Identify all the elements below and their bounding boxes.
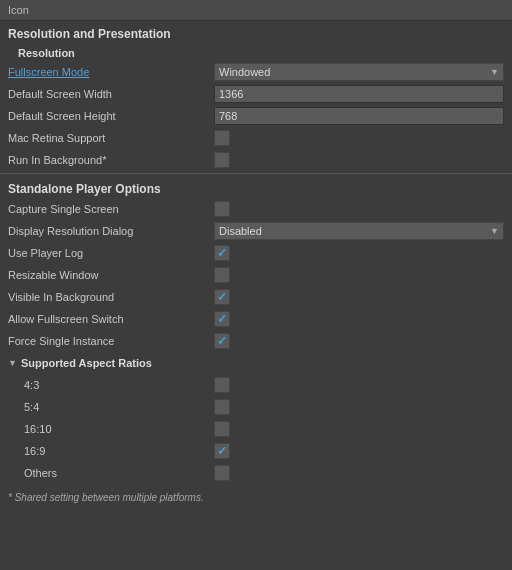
use-player-log-checkbox[interactable] [214, 245, 230, 261]
divider-1 [0, 173, 512, 174]
dropdown-arrow-icon: ▼ [490, 67, 499, 77]
aspect-ratio-4-3-label: 4:3 [24, 379, 214, 391]
display-resolution-dialog-label: Display Resolution Dialog [8, 225, 214, 237]
aspect-ratio-5-4-value [214, 399, 504, 415]
fullscreen-mode-row: Fullscreen Mode Windowed ▼ [0, 61, 512, 83]
run-in-background-row: Run In Background* [0, 149, 512, 171]
mac-retina-value [214, 130, 504, 146]
display-resolution-dialog-dropdown[interactable]: Disabled ▼ [214, 222, 504, 240]
header-title: Icon [0, 0, 512, 21]
resizable-window-row: Resizable Window [0, 264, 512, 286]
supported-aspect-ratios-label: Supported Aspect Ratios [21, 357, 504, 369]
fullscreen-mode-label[interactable]: Fullscreen Mode [8, 66, 214, 78]
default-screen-width-label: Default Screen Width [8, 88, 214, 100]
use-player-log-row: Use Player Log [0, 242, 512, 264]
aspect-ratio-4-3-value [214, 377, 504, 393]
visible-in-background-value [214, 289, 504, 305]
resizable-window-label: Resizable Window [8, 269, 214, 281]
default-screen-height-row: Default Screen Height 768 [0, 105, 512, 127]
resolution-presentation-header: Resolution and Presentation [0, 21, 512, 43]
force-single-instance-row: Force Single Instance [0, 330, 512, 352]
default-screen-width-row: Default Screen Width 1366 [0, 83, 512, 105]
aspect-ratio-16-9-row: 16:9 [0, 440, 512, 462]
resizable-window-value [214, 267, 504, 283]
capture-single-screen-row: Capture Single Screen [0, 198, 512, 220]
aspect-ratio-16-9-label: 16:9 [24, 445, 214, 457]
aspect-ratio-4-3-checkbox[interactable] [214, 377, 230, 393]
aspect-ratio-4-3-row: 4:3 [0, 374, 512, 396]
dropdown-arrow-icon-2: ▼ [490, 226, 499, 236]
visible-in-background-label: Visible In Background [8, 291, 214, 303]
aspect-ratio-others-value [214, 465, 504, 481]
footer-note: * Shared setting between multiple platfo… [0, 484, 512, 511]
default-screen-width-value: 1366 [214, 85, 504, 103]
use-player-log-value [214, 245, 504, 261]
capture-single-screen-checkbox[interactable] [214, 201, 230, 217]
visible-in-background-checkbox[interactable] [214, 289, 230, 305]
aspect-ratio-16-9-checkbox[interactable] [214, 443, 230, 459]
display-resolution-dialog-row: Display Resolution Dialog Disabled ▼ [0, 220, 512, 242]
mac-retina-checkbox[interactable] [214, 130, 230, 146]
fullscreen-mode-dropdown[interactable]: Windowed ▼ [214, 63, 504, 81]
capture-single-screen-value [214, 201, 504, 217]
aspect-ratio-5-4-row: 5:4 [0, 396, 512, 418]
allow-fullscreen-switch-label: Allow Fullscreen Switch [8, 313, 214, 325]
capture-single-screen-label: Capture Single Screen [8, 203, 214, 215]
aspect-ratio-16-10-label: 16:10 [24, 423, 214, 435]
force-single-instance-value [214, 333, 504, 349]
resizable-window-checkbox[interactable] [214, 267, 230, 283]
run-in-background-checkbox[interactable] [214, 152, 230, 168]
aspect-ratio-others-checkbox[interactable] [214, 465, 230, 481]
allow-fullscreen-switch-row: Allow Fullscreen Switch [0, 308, 512, 330]
allow-fullscreen-switch-checkbox[interactable] [214, 311, 230, 327]
use-player-log-label: Use Player Log [8, 247, 214, 259]
force-single-instance-checkbox[interactable] [214, 333, 230, 349]
aspect-ratio-16-10-value [214, 421, 504, 437]
visible-in-background-row: Visible In Background [0, 286, 512, 308]
mac-retina-label: Mac Retina Support [8, 132, 214, 144]
aspect-ratio-5-4-label: 5:4 [24, 401, 214, 413]
aspect-ratio-others-row: Others [0, 462, 512, 484]
aspect-ratio-16-10-row: 16:10 [0, 418, 512, 440]
aspect-ratio-5-4-checkbox[interactable] [214, 399, 230, 415]
fullscreen-mode-value: Windowed ▼ [214, 63, 504, 81]
mac-retina-row: Mac Retina Support [0, 127, 512, 149]
default-screen-height-label: Default Screen Height [8, 110, 214, 122]
supported-aspect-ratios-header-row: ▼ Supported Aspect Ratios [0, 352, 512, 374]
aspect-ratio-others-label: Others [24, 467, 214, 479]
force-single-instance-label: Force Single Instance [8, 335, 214, 347]
header-title-text: Icon [8, 4, 29, 16]
standalone-header: Standalone Player Options [0, 176, 512, 198]
aspect-ratio-16-10-checkbox[interactable] [214, 421, 230, 437]
default-screen-width-input[interactable]: 1366 [214, 85, 504, 103]
display-resolution-dialog-value: Disabled ▼ [214, 222, 504, 240]
default-screen-height-value: 768 [214, 107, 504, 125]
triangle-icon: ▼ [8, 358, 17, 368]
run-in-background-label: Run In Background* [8, 154, 214, 166]
allow-fullscreen-switch-value [214, 311, 504, 327]
run-in-background-value [214, 152, 504, 168]
aspect-ratio-16-9-value [214, 443, 504, 459]
default-screen-height-input[interactable]: 768 [214, 107, 504, 125]
resolution-group-header: Resolution [0, 43, 512, 61]
